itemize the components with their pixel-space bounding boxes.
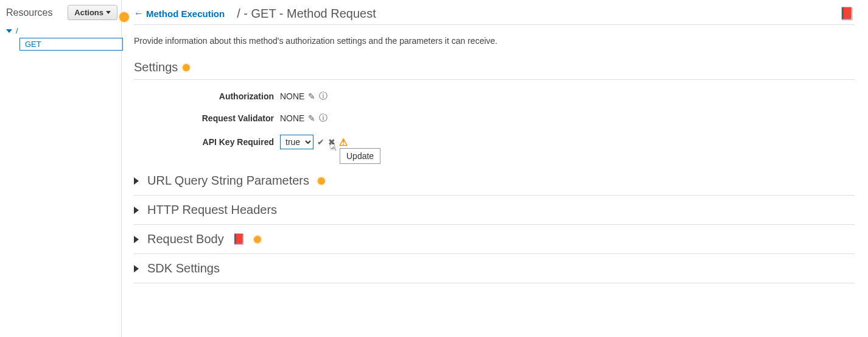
tree-method-get[interactable]: GET: [19, 38, 123, 51]
book-icon: 📕: [233, 233, 245, 246]
warning-icon: ⚠: [339, 137, 348, 148]
caret-right-icon: [134, 207, 139, 214]
tree-root-label: /: [16, 26, 18, 35]
actions-button[interactable]: Actions: [68, 5, 117, 20]
main-panel: ← Method Execution / - GET - Method Requ…: [122, 0, 868, 337]
chevron-down-icon[interactable]: [6, 29, 12, 33]
method-execution-label: Method Execution: [146, 9, 225, 19]
section-request-body[interactable]: Request Body 📕: [134, 225, 855, 254]
section-http-headers[interactable]: HTTP Request Headers: [134, 196, 855, 225]
caret-right-icon: [134, 236, 139, 243]
api-key-required-label: API Key Required: [134, 137, 280, 147]
confirm-check-icon[interactable]: ✔: [317, 137, 324, 147]
request-validator-label: Request Validator: [134, 113, 280, 123]
caret-down-icon: [106, 11, 111, 14]
info-icon[interactable]: ⓘ: [319, 113, 327, 124]
sidebar-title: Resources: [4, 7, 52, 18]
caret-right-icon: [134, 265, 139, 272]
annotation-marker-icon: [183, 64, 190, 71]
section-sdk-settings[interactable]: SDK Settings: [134, 254, 855, 283]
section-request-body-label: Request Body: [147, 232, 224, 246]
update-tooltip: Update: [340, 148, 380, 164]
pencil-icon[interactable]: ✎: [308, 91, 315, 101]
pencil-icon[interactable]: ✎: [308, 113, 315, 123]
settings-heading: Settings: [134, 60, 855, 80]
page-title: / - GET - Method Request: [237, 7, 376, 21]
sidebar: Resources Actions / GET: [0, 0, 122, 337]
authorization-value: NONE: [280, 91, 304, 101]
actions-button-label: Actions: [74, 8, 103, 17]
cancel-x-icon[interactable]: ✖: [328, 137, 335, 147]
info-icon[interactable]: ⓘ: [319, 91, 327, 102]
arrow-left-icon: ←: [134, 8, 144, 19]
annotation-marker-icon: [318, 177, 325, 185]
settings-heading-label: Settings: [134, 60, 178, 74]
caret-right-icon: [134, 177, 139, 185]
description-text: Provide information about this method's …: [134, 36, 855, 46]
resource-tree: / GET: [4, 26, 117, 51]
annotation-marker-icon: [254, 236, 261, 243]
authorization-label: Authorization: [134, 91, 280, 101]
request-validator-value: NONE: [280, 113, 304, 123]
tree-root-item[interactable]: /: [6, 26, 117, 35]
section-sdk-settings-label: SDK Settings: [147, 261, 220, 275]
method-execution-link[interactable]: ← Method Execution: [134, 8, 225, 19]
section-http-headers-label: HTTP Request Headers: [147, 203, 277, 217]
docs-book-icon[interactable]: 📕: [839, 6, 855, 21]
section-url-query-label: URL Query String Parameters: [147, 174, 309, 188]
api-key-required-select[interactable]: true: [280, 135, 313, 149]
section-url-query-params[interactable]: URL Query String Parameters: [134, 166, 855, 196]
